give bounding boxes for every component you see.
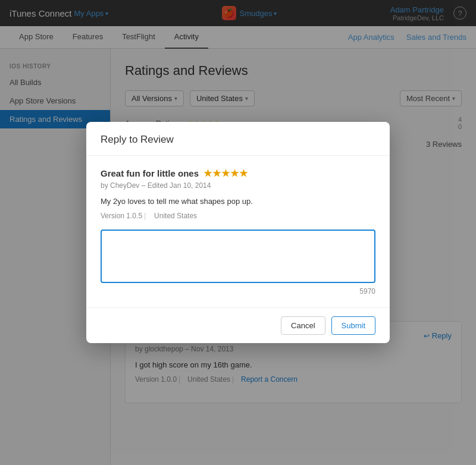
- modal-overlay: Reply to Review Great fun for little one…: [0, 0, 476, 465]
- modal-header: Reply to Review: [86, 122, 390, 156]
- modal-version: Version 1.0.5: [101, 212, 142, 220]
- modal-review-meta: by CheyDev – Edited Jan 10, 2014: [101, 181, 375, 190]
- cancel-button[interactable]: Cancel: [281, 316, 325, 335]
- modal-title: Reply to Review: [101, 134, 375, 146]
- char-count: 5970: [101, 287, 375, 296]
- modal-review-stars: ★★★★★: [203, 168, 248, 179]
- reply-textarea[interactable]: [101, 230, 375, 283]
- modal-country: United States: [154, 212, 197, 220]
- submit-button[interactable]: Submit: [331, 316, 375, 335]
- modal-review-title: Great fun for little ones ★★★★★: [101, 168, 375, 179]
- modal-body: Great fun for little ones ★★★★★ by CheyD…: [86, 156, 390, 307]
- modal-footer: Cancel Submit: [86, 307, 390, 343]
- modal-version-info: Version 1.0.5 United States: [101, 212, 375, 220]
- reply-modal: Reply to Review Great fun for little one…: [86, 122, 390, 343]
- modal-review-text: My 2yo loves to tell me what shapes pop …: [101, 197, 375, 206]
